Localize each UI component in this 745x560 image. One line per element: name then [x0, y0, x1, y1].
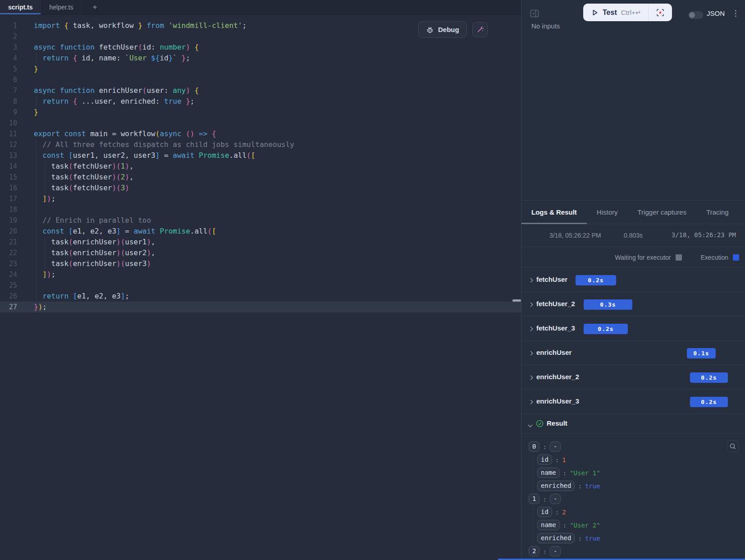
job-row-fetchUser_2[interactable]: fetchUser_20.3s [521, 292, 745, 317]
chevron-right-icon [529, 327, 533, 331]
code-text: } [34, 107, 38, 118]
search-result-button[interactable] [727, 440, 739, 452]
ai-wand-button[interactable] [472, 22, 488, 37]
duration-badge[interactable]: 0.2s [690, 397, 728, 407]
job-row-fetchUser_3[interactable]: fetchUser_30.2s [521, 317, 745, 341]
debug-label: Debug [438, 26, 459, 33]
duration-badge[interactable]: 0.2s [576, 275, 616, 285]
code-text: return { ...user, enriched: true }; [34, 96, 194, 107]
line-number: 24 [0, 269, 17, 280]
code-line[interactable]: 22 task(enrichUser)(user2), [0, 248, 521, 258]
timeline-header: 3/18, 05:26:22 PM 0.803s 3/18, 05:26:23 … [521, 224, 745, 247]
new-tab-button[interactable]: + [82, 0, 108, 14]
code-line[interactable]: 17 ]); [0, 193, 521, 204]
collapse-toggle-chip[interactable]: - [550, 546, 561, 556]
key-chip[interactable]: id [537, 454, 552, 465]
duration-badge[interactable]: 0.1s [687, 348, 716, 358]
chevron-right-icon [529, 303, 533, 307]
code-line[interactable]: 21 task(enrichUser)(user1), [0, 237, 521, 248]
result-field-row: enriched:true [537, 479, 745, 492]
key-chip[interactable]: id [537, 507, 552, 517]
tab-helper-ts[interactable]: helper.ts [41, 0, 82, 14]
run-panel: No inputs Test Ctrl+↵ [521, 0, 745, 560]
legend-execution-swatch [733, 254, 739, 261]
duration-badge[interactable]: 0.2s [584, 324, 628, 334]
line-number: 19 [0, 215, 17, 226]
more-options-icon[interactable]: ⋮ [731, 8, 740, 19]
chevron-right-icon [529, 278, 533, 283]
job-row-enrichUser[interactable]: enrichUser0.1s [521, 341, 745, 365]
code-line[interactable]: 3async function fetchUser(id: number) { [0, 42, 521, 53]
run-end-time: 3/18, 05:26:23 PM [672, 231, 736, 239]
duration-badge[interactable]: 0.3s [584, 299, 632, 310]
code-line[interactable]: 5} [0, 64, 521, 74]
job-timeline-list: fetchUser0.2sfetchUser_20.3sfetchUser_30… [521, 268, 745, 414]
code-line[interactable]: 14 task(fetchUser)(1), [0, 161, 521, 172]
line-number: 3 [0, 42, 17, 53]
job-row-enrichUser_3[interactable]: enrichUser_30.2s [521, 390, 745, 414]
code-text: // All three fetches dispatch as child j… [34, 139, 294, 150]
job-name: fetchUser_3 [536, 324, 575, 332]
value-string: "User 2" [570, 522, 600, 529]
code-line[interactable]: 9} [0, 107, 521, 118]
code-area[interactable]: 1import { task, workflow } from 'windmil… [0, 15, 521, 312]
test-shortcut: Ctrl+↵ [621, 9, 641, 17]
key-chip[interactable]: enriched [537, 481, 575, 491]
code-line[interactable]: 23 task(enrichUser)(user3) [0, 258, 521, 269]
line-number: 7 [0, 85, 17, 96]
result-index-row: 2:- [529, 545, 745, 558]
test-button[interactable]: Test Ctrl+↵ [583, 4, 648, 21]
code-line[interactable]: 16 task(fetchUser)(3) [0, 183, 521, 193]
code-line[interactable]: 4 return { id, name: `User ${id}` }; [0, 53, 521, 64]
key-chip[interactable]: enriched [537, 533, 575, 543]
tab-script-ts[interactable]: script.ts [0, 0, 41, 14]
code-line[interactable]: 26 return [e1, e2, e3]; [0, 291, 521, 302]
capture-test-button[interactable] [649, 4, 672, 21]
result-field-row: id:1 [537, 453, 745, 466]
capture-icon [656, 8, 665, 17]
tab-tracing[interactable]: Tracing [696, 201, 738, 224]
job-row-fetchUser[interactable]: fetchUser0.2s [521, 268, 745, 292]
key-chip[interactable]: name [537, 468, 560, 478]
collapse-toggle-chip[interactable]: - [550, 441, 561, 452]
code-line[interactable]: 25 [0, 280, 521, 291]
job-row-enrichUser_2[interactable]: enrichUser_20.2s [521, 365, 745, 390]
code-line[interactable]: 8 return { ...user, enriched: true }; [0, 96, 521, 107]
tab-trigger-captures[interactable]: Trigger captures [628, 201, 697, 224]
code-line[interactable]: 6 [0, 74, 521, 85]
index-chip[interactable]: 2 [529, 546, 539, 556]
tab-logs-result[interactable]: Logs & Result [521, 201, 587, 224]
debug-button[interactable]: Debug [418, 21, 467, 38]
code-line[interactable]: 19 // Enrich in parallel too [0, 215, 521, 226]
no-inputs-label: No inputs [531, 22, 560, 30]
code-line[interactable]: 24 ]); [0, 269, 521, 280]
success-check-icon [536, 420, 544, 427]
colon: : [578, 482, 581, 490]
json-toggle[interactable] [688, 11, 703, 19]
colon: : [563, 522, 567, 529]
code-line[interactable]: 11export const main = workflow(async () … [0, 129, 521, 139]
code-line[interactable]: 20 const [e1, e2, e3] = await Promise.al… [0, 226, 521, 237]
line-number: 16 [0, 183, 17, 193]
collapse-panel-button[interactable] [529, 8, 540, 19]
panel-resize-handle[interactable] [512, 299, 521, 302]
code-line[interactable]: 15 task(fetchUser)(2), [0, 172, 521, 183]
collapse-toggle-chip[interactable]: - [550, 494, 561, 504]
code-line[interactable]: 10 [0, 118, 521, 129]
code-text: export const main = workflow(async () =>… [34, 129, 216, 139]
index-chip[interactable]: 0 [529, 441, 539, 452]
code-line[interactable]: 12 // All three fetches dispatch as chil… [0, 139, 521, 150]
code-line[interactable]: 27}); [0, 302, 521, 312]
key-chip[interactable]: name [537, 520, 560, 530]
line-number: 4 [0, 53, 17, 64]
line-number: 21 [0, 237, 17, 248]
code-line[interactable]: 13 const [user1, user2, user3] = await P… [0, 150, 521, 161]
result-header-row[interactable]: Result [521, 414, 745, 434]
json-toggle-label: JSON [707, 9, 725, 17]
job-name: enrichUser_2 [536, 373, 579, 381]
duration-badge[interactable]: 0.2s [690, 372, 728, 383]
code-line[interactable]: 7async function enrichUser(user: any) { [0, 85, 521, 96]
index-chip[interactable]: 1 [529, 494, 539, 504]
tab-history[interactable]: History [587, 201, 628, 224]
code-line[interactable]: 18 [0, 204, 521, 215]
